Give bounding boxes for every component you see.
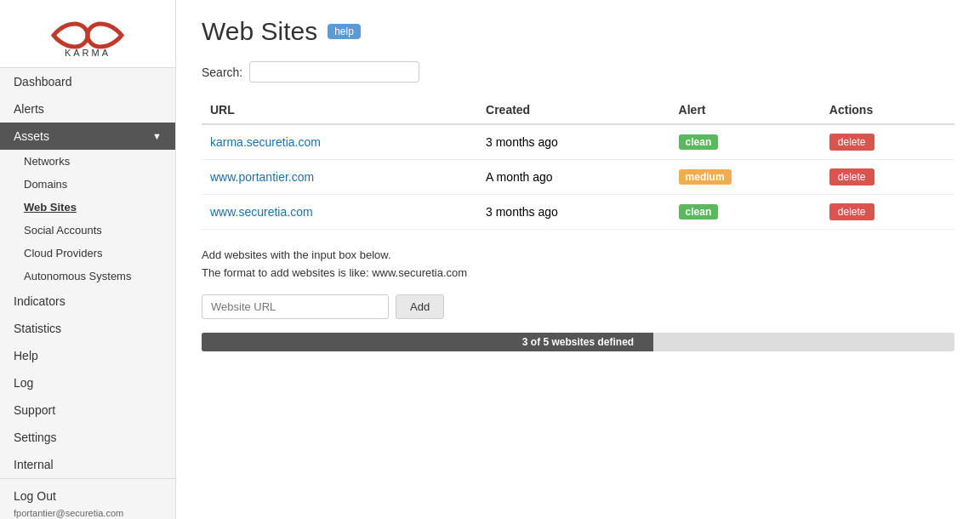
- sidebar-item-internal[interactable]: Internal: [0, 451, 175, 478]
- url-link[interactable]: www.portantier.com: [210, 170, 314, 184]
- url-link[interactable]: karma.securetia.com: [210, 135, 321, 149]
- col-alert: Alert: [670, 96, 821, 124]
- website-url-input[interactable]: [202, 294, 389, 319]
- logo-area: KARMA: [0, 0, 175, 68]
- cell-alert: clean: [670, 124, 821, 160]
- alert-badge: medium: [679, 169, 732, 185]
- url-link[interactable]: www.securetia.com: [210, 205, 313, 219]
- add-button[interactable]: Add: [396, 294, 444, 319]
- bottom-area: Log Out fportantier@securetia.com Secure…: [0, 478, 175, 519]
- table-row: www.portantier.com A month ago medium de…: [202, 160, 954, 195]
- cell-url: www.securetia.com: [202, 195, 477, 230]
- cell-created: 3 months ago: [477, 124, 670, 160]
- page-title-area: Web Sites help: [202, 17, 954, 46]
- sidebar-subitem-networks[interactable]: Networks: [0, 150, 175, 173]
- page-title: Web Sites: [202, 17, 317, 46]
- sidebar-subitem-web-sites[interactable]: Web Sites: [0, 196, 175, 219]
- cell-actions: delete: [821, 195, 954, 230]
- hint-line1: Add websites with the input box below.: [202, 247, 954, 265]
- svg-text:KARMA: KARMA: [65, 48, 111, 58]
- alert-badge: clean: [679, 204, 719, 220]
- sidebar-subitem-autonomous-systems[interactable]: Autonomous Systems: [0, 265, 175, 288]
- sidebar-item-indicators[interactable]: Indicators: [0, 288, 175, 315]
- sidebar-item-assets[interactable]: Assets ▼: [0, 123, 175, 150]
- table-header: URL Created Alert Actions: [202, 96, 954, 124]
- sidebar-item-statistics[interactable]: Statistics: [0, 315, 175, 342]
- col-created: Created: [477, 96, 670, 124]
- user-email: fportantier@securetia.com: [14, 506, 162, 519]
- progress-bar-text: 3 of 5 websites defined: [202, 333, 954, 351]
- websites-table: URL Created Alert Actions karma.secureti…: [202, 96, 954, 230]
- col-actions: Actions: [821, 96, 954, 124]
- sidebar-item-settings[interactable]: Settings: [0, 424, 175, 451]
- logout-button[interactable]: Log Out: [14, 486, 162, 506]
- progress-bar-container: 3 of 5 websites defined: [202, 333, 954, 351]
- sidebar-subitem-domains[interactable]: Domains: [0, 173, 175, 196]
- main-content: Web Sites help Search: URL Created Alert…: [176, 0, 980, 519]
- sidebar-subitem-cloud-providers[interactable]: Cloud Providers: [0, 242, 175, 265]
- sidebar-item-dashboard[interactable]: Dashboard: [0, 68, 175, 95]
- sidebar-item-help[interactable]: Help: [0, 342, 175, 369]
- search-label: Search:: [202, 66, 242, 79]
- table-body: karma.securetia.com 3 months ago clean d…: [202, 124, 954, 230]
- table-row: www.securetia.com 3 months ago clean del…: [202, 195, 954, 230]
- hint-line2: The format to add websites is like: www.…: [202, 265, 954, 282]
- alert-badge: clean: [679, 134, 719, 150]
- search-input[interactable]: [249, 61, 419, 83]
- sidebar-item-support[interactable]: Support: [0, 396, 175, 424]
- cell-created: 3 months ago: [477, 195, 670, 230]
- sidebar: KARMA Dashboard Alerts Assets ▼ Networks…: [0, 0, 176, 519]
- delete-button[interactable]: delete: [829, 203, 875, 220]
- delete-button[interactable]: delete: [829, 134, 875, 151]
- cell-url: www.portantier.com: [202, 160, 477, 195]
- sidebar-item-log[interactable]: Log: [0, 369, 175, 396]
- cell-alert: clean: [670, 195, 821, 230]
- cell-url: karma.securetia.com: [202, 124, 477, 160]
- cell-created: A month ago: [477, 160, 670, 195]
- help-badge[interactable]: help: [328, 24, 361, 39]
- cell-actions: delete: [821, 160, 954, 195]
- delete-button[interactable]: delete: [829, 168, 875, 185]
- col-url: URL: [202, 96, 477, 124]
- sidebar-subitem-social-accounts[interactable]: Social Accounts: [0, 219, 175, 242]
- table-row: karma.securetia.com 3 months ago clean d…: [202, 124, 954, 160]
- search-area: Search:: [202, 61, 954, 83]
- sidebar-item-alerts[interactable]: Alerts: [0, 95, 175, 123]
- hint-area: Add websites with the input box below. T…: [202, 247, 954, 282]
- cell-alert: medium: [670, 160, 821, 195]
- cell-actions: delete: [821, 124, 954, 160]
- chevron-icon: ▼: [152, 131, 162, 141]
- add-area: Add: [202, 294, 954, 319]
- logo-icon: KARMA: [41, 12, 134, 59]
